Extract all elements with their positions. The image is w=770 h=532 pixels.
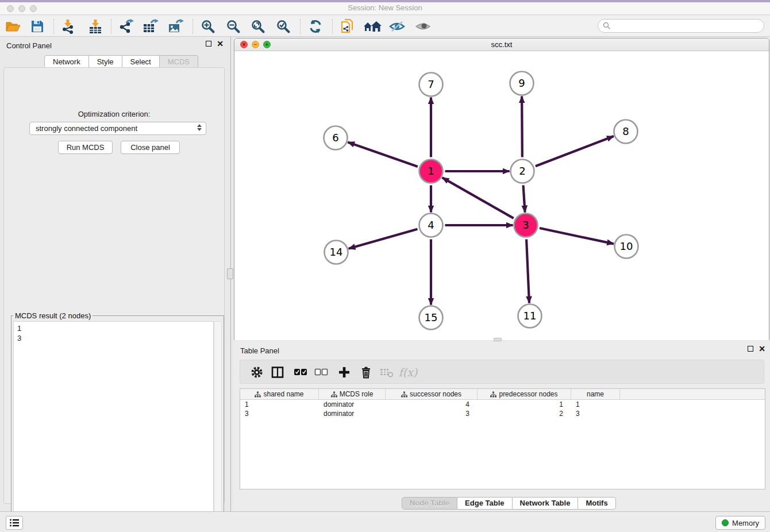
add-column-button[interactable] [336,364,353,381]
table-cell[interactable]: 3 [571,409,620,418]
clone-network-icon [340,18,355,34]
mcds-result-title: MCDS result (2 nodes) [13,311,93,320]
split-columns-icon [271,366,284,379]
export-table-icon [143,19,159,34]
select-all-columns-button[interactable] [292,364,309,381]
window-top-border [0,0,770,2]
column-header-shared-name[interactable]: shared name [240,389,319,399]
panel-splitter-grip[interactable] [227,268,233,279]
column-header-name[interactable]: name [571,389,620,399]
refresh-layout-button[interactable] [306,18,325,35]
graph-edge[interactable] [523,185,525,212]
split-columns-button[interactable] [269,364,286,381]
deselect-all-checkboxes-icon [314,368,328,376]
graph-edge[interactable] [536,136,614,166]
task-history-button[interactable] [6,516,23,530]
control-panel-tabs: Network Style Select MCDS [44,55,198,68]
zoom-fit-button[interactable] [248,18,268,35]
table-cell[interactable]: 1 [240,400,319,409]
shared-column-icon [490,391,496,398]
search-input[interactable] [611,21,764,31]
table-row[interactable]: 3dominator323 [240,409,765,418]
table-cell[interactable]: 1 [571,400,620,409]
graph-edge[interactable] [349,229,418,249]
tab-node-table[interactable]: Node Table [402,497,457,510]
import-table-button[interactable] [86,18,105,35]
tab-motifs[interactable]: Motifs [578,497,615,510]
column-label: name [587,390,604,398]
control-panel-title: Control Panel [6,41,52,50]
delete-column-button[interactable] [357,364,375,381]
table-cell[interactable]: 3 [240,409,319,418]
zoom-fit-icon [251,19,265,34]
graph-edge[interactable] [522,96,522,157]
close-table-panel-icon[interactable]: ✕ [759,346,765,352]
apply-function-button[interactable]: f(x) [396,364,419,381]
open-file-button[interactable] [3,18,22,35]
toolbar-separator [300,19,301,34]
deselect-all-columns-button[interactable] [313,364,330,381]
node-table-header: shared name MCDS role successor nodes pr… [240,389,765,400]
network-table-splitter-grip[interactable] [494,338,502,341]
search-field[interactable] [598,19,764,33]
table-cell[interactable]: dominator [319,409,386,418]
tab-edge-table[interactable]: Edge Table [457,497,512,510]
table-cell[interactable]: 3 [386,409,478,418]
mcds-result-scrollbar[interactable] [214,321,222,529]
graph-edge[interactable] [348,142,418,166]
tab-select[interactable]: Select [122,55,160,68]
shared-column-icon [401,391,407,398]
tab-network[interactable]: Network [44,55,89,68]
tab-style[interactable]: Style [89,55,122,68]
chevron-updown-icon [197,124,202,131]
gear-button[interactable] [248,364,265,381]
mcds-result-list[interactable]: 1 3 [13,321,214,529]
graph-edge[interactable] [526,239,529,303]
table-cell[interactable]: dominator [319,400,386,409]
graph-node-label: 10 [620,240,633,252]
export-network-button[interactable] [117,18,136,35]
houses-button[interactable] [363,18,382,35]
criterion-dropdown[interactable]: strongly connected component [29,122,206,135]
save-session-button[interactable] [28,18,47,35]
float-panel-button[interactable] [206,41,211,47]
export-image-icon [168,19,184,34]
zoom-selected-button[interactable] [274,18,293,35]
graph-edge[interactable] [540,228,614,244]
export-image-button[interactable] [166,18,186,35]
table-row[interactable]: 1dominator411 [240,400,765,409]
close-panel-button[interactable]: Close panel [121,141,180,154]
hide-selected-button[interactable] [387,18,407,35]
run-mcds-button[interactable]: Run MCDS [58,141,113,154]
export-table-button[interactable] [141,18,160,35]
column-header-mcds-role[interactable]: MCDS role [319,389,386,399]
column-header-successor-nodes[interactable]: successor nodes [386,389,478,399]
memory-button[interactable]: Memory [715,516,765,530]
graph-node-label: 7 [428,78,434,90]
graph-node-label: 11 [523,310,537,322]
table-cell[interactable]: 1 [478,400,571,409]
delete-table-button[interactable] [378,364,395,381]
zoom-out-button[interactable] [224,18,243,35]
network-canvas[interactable]: 7968124314101511 [234,51,769,340]
show-all-eye-icon [415,20,431,33]
network-window-titlebar[interactable]: × − + scc.txt [234,38,769,51]
clone-network-button[interactable] [337,18,357,35]
zoom-in-button[interactable] [198,18,218,35]
show-all-button[interactable] [413,18,433,35]
table-cell[interactable]: 2 [478,409,571,418]
table-cell[interactable]: 4 [386,400,478,409]
import-network-button[interactable] [58,18,78,35]
memory-label: Memory [732,519,759,527]
close-panel-icon[interactable]: ✕ [217,41,224,47]
float-table-panel-button[interactable] [748,346,753,352]
graph-node-label: 14 [330,246,343,258]
shared-column-icon [255,391,261,398]
gear-icon [251,366,263,379]
tab-network-table[interactable]: Network Table [513,497,579,510]
column-header-predecessor-nodes[interactable]: predecessor nodes [478,389,571,399]
graph-edge[interactable] [442,178,514,218]
zoom-out-icon [226,19,241,34]
memory-status-dot [722,519,729,526]
tab-mcds[interactable]: MCDS [160,55,198,68]
